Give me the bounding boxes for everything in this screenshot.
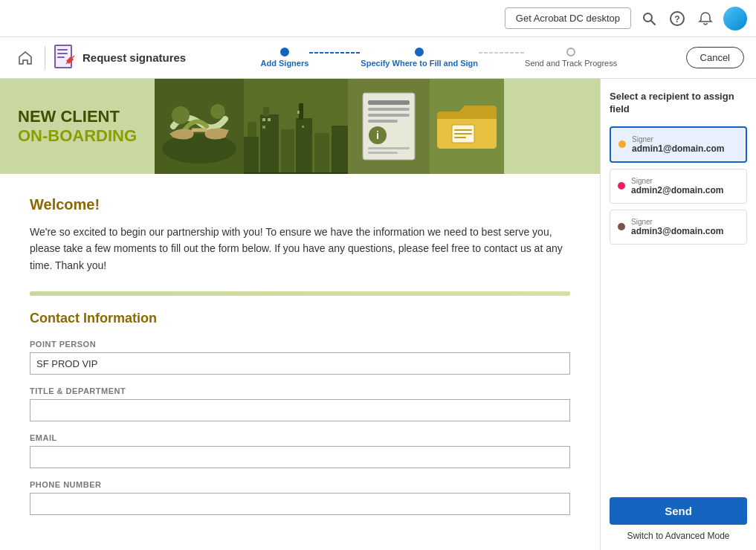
signer-3-info: Signer admin3@domain.com [631, 218, 723, 236]
signer-2-role: Signer [631, 177, 723, 185]
step-3-circle [566, 48, 575, 56]
document-content: NEW CLIENT ON-BOARDING [0, 79, 600, 550]
user-avatar[interactable] [723, 7, 747, 30]
svg-rect-38 [454, 133, 472, 135]
point-person-label: POINT PERSON [30, 340, 570, 349]
signer-3-role: Signer [631, 218, 723, 226]
signer-card-2[interactable]: Signer admin2@domain.com [610, 169, 747, 204]
step-2-circle [415, 48, 424, 56]
signer-1-email: admin1@domain.com [632, 143, 724, 154]
svg-rect-19 [314, 133, 329, 174]
banner-text: NEW CLIENT ON-BOARDING [0, 92, 155, 161]
home-icon[interactable] [12, 45, 39, 71]
cancel-button[interactable]: Cancel [686, 47, 744, 68]
svg-text:i: i [376, 129, 379, 141]
svg-rect-16 [281, 129, 294, 174]
folder-illustration [433, 97, 500, 156]
email-input[interactable] [30, 446, 570, 468]
welcome-heading: Welcome! [30, 196, 570, 213]
signer-2-dot [618, 182, 625, 190]
banner: NEW CLIENT ON-BOARDING [0, 79, 600, 174]
signer-2-email: admin2@domain.com [631, 185, 723, 195]
document-icon [54, 45, 77, 71]
nav-divider [45, 46, 45, 70]
doc-icon-group: Request signatures [54, 45, 186, 71]
svg-rect-30 [368, 114, 410, 117]
svg-text:?: ? [674, 14, 679, 25]
section-divider [30, 291, 570, 296]
send-button[interactable]: Send [610, 497, 747, 525]
bell-icon[interactable] [695, 8, 716, 29]
step-2: Specify Where to Fill and Sign [361, 48, 478, 68]
document-area[interactable]: NEW CLIENT ON-BOARDING [0, 79, 600, 550]
right-panel: Select a recipient to assign field Signe… [600, 79, 756, 550]
svg-rect-21 [262, 118, 265, 121]
signer-card-1[interactable]: Signer admin1@domain.com [610, 126, 747, 163]
svg-point-11 [210, 104, 225, 119]
panel-title: Select a recipient to assign field [610, 91, 747, 116]
svg-rect-12 [244, 137, 259, 174]
step-3: Send and Track Progress [525, 48, 617, 68]
city-illustration [244, 92, 348, 174]
document-body: Welcome! We're so excited to begin our p… [0, 174, 600, 549]
signer-card-3[interactable]: Signer admin3@domain.com [610, 210, 747, 245]
doc-illustration: i [359, 89, 419, 164]
step-1-label: Add Signers [261, 59, 309, 68]
banner-title: NEW CLIENT [18, 107, 137, 126]
signer-3-dot [618, 223, 625, 230]
svg-rect-28 [368, 100, 410, 105]
banner-images: i [155, 79, 600, 174]
svg-rect-7 [57, 56, 65, 58]
svg-rect-20 [332, 126, 348, 174]
svg-rect-5 [57, 49, 68, 51]
main-layout: NEW CLIENT ON-BOARDING [0, 79, 756, 550]
step-3-label: Send and Track Progress [525, 59, 617, 68]
signer-3-email: admin3@domain.com [631, 226, 723, 236]
svg-rect-14 [260, 114, 279, 174]
title-dept-input[interactable] [30, 399, 570, 421]
handshake-illustration [158, 85, 240, 167]
phone-label: PHONE NUMBER [30, 480, 570, 489]
svg-rect-37 [454, 129, 472, 131]
svg-rect-6 [57, 53, 68, 54]
step-progress: Add Signers Specify Where to Fill and Si… [204, 48, 673, 68]
help-icon[interactable]: ? [667, 8, 688, 29]
svg-rect-39 [454, 137, 466, 138]
svg-point-10 [172, 106, 190, 124]
panel-spacer [610, 250, 747, 497]
title-dept-label: TITLE & DEPARTMENT [30, 386, 570, 395]
svg-rect-26 [244, 172, 348, 174]
svg-rect-34 [368, 147, 410, 149]
svg-rect-13 [248, 122, 256, 137]
page-title: Request signatures [83, 51, 186, 64]
svg-rect-29 [368, 108, 410, 111]
step-1: Add Signers [261, 48, 309, 68]
svg-rect-35 [368, 152, 398, 154]
welcome-text: We're so excited to begin our partnershi… [30, 224, 570, 274]
topbar: Get Acrobat DC desktop ? [0, 0, 756, 37]
banner-subtitle: ON-BOARDING [18, 126, 137, 146]
contact-section-title: Contact Information [30, 311, 570, 326]
header-nav: Request signatures Add Signers Specify W… [0, 37, 756, 79]
acrobat-desktop-button[interactable]: Get Acrobat DC desktop [505, 7, 631, 29]
signer-1-role: Signer [632, 135, 724, 143]
svg-line-1 [651, 21, 655, 25]
signer-2-info: Signer admin2@domain.com [631, 177, 723, 195]
search-icon[interactable] [639, 8, 659, 29]
svg-rect-15 [263, 107, 269, 116]
svg-rect-23 [262, 126, 265, 129]
svg-rect-31 [368, 120, 398, 123]
step-1-circle [280, 48, 289, 56]
svg-rect-24 [297, 111, 300, 114]
svg-rect-25 [302, 126, 304, 128]
point-person-input[interactable] [30, 352, 570, 375]
phone-input[interactable] [30, 493, 570, 515]
svg-point-9 [162, 134, 236, 164]
signer-1-dot [618, 140, 626, 148]
signer-1-info: Signer admin1@domain.com [632, 135, 724, 154]
email-label: EMAIL [30, 433, 570, 442]
advanced-mode-link[interactable]: Switch to Advanced Mode [610, 531, 747, 541]
step-2-label: Specify Where to Fill and Sign [361, 59, 478, 68]
svg-rect-22 [268, 118, 271, 121]
